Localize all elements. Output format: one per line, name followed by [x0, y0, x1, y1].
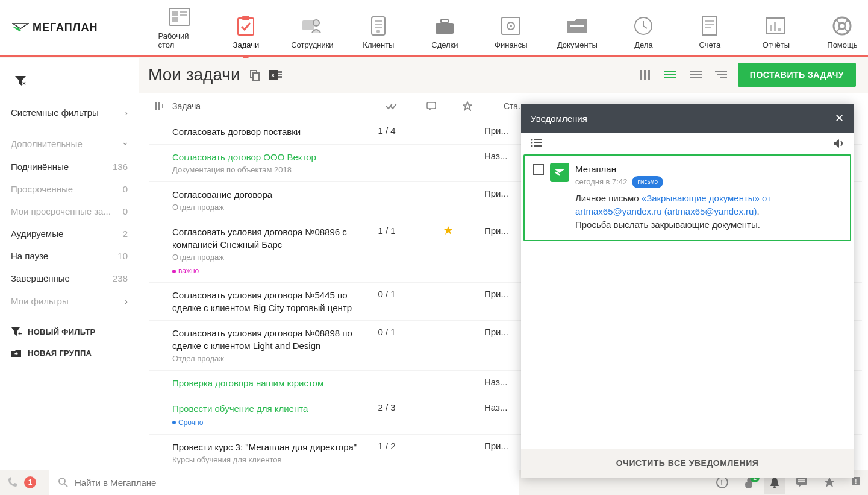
logo[interactable]: МЕГАПЛАН — [12, 21, 98, 34]
flag-icon[interactable]: ! — [851, 476, 861, 488]
col-header-task[interactable]: Задача — [169, 101, 386, 111]
nav-clients[interactable]: Клиенты — [357, 15, 400, 49]
desktop-icon — [167, 6, 192, 28]
funnel-plus-icon: + — [11, 327, 22, 336]
svg-rect-67 — [798, 479, 805, 481]
svg-text:X: X — [271, 72, 275, 78]
reports-icon — [764, 15, 788, 37]
col-header-comment-icon[interactable] — [426, 102, 463, 110]
create-task-button[interactable]: ПОСТАВИТЬ ЗАДАЧУ — [738, 63, 856, 87]
task-title: Провести обучение для клиента — [172, 402, 366, 415]
nav-tasks[interactable]: Задачи — [224, 15, 267, 49]
svg-rect-23 — [705, 27, 711, 28]
task-star-cell[interactable] — [443, 125, 479, 138]
view-list2-icon[interactable] — [687, 68, 704, 81]
filter-toggle-icon[interactable]: × — [14, 75, 27, 86]
phone-icon[interactable] — [7, 477, 18, 488]
finance-icon — [499, 15, 523, 37]
sidebar-item-my-overdue[interactable]: Мои просроченные за...0 — [11, 201, 128, 221]
sidebar-item-audited[interactable]: Аудируемые2 — [11, 224, 128, 244]
sidebar-item-completed[interactable]: Завершённые238 — [11, 268, 128, 288]
chevron-right-icon: › — [125, 107, 128, 118]
info-icon[interactable]: ! — [716, 476, 728, 488]
sound-icon[interactable] — [833, 139, 844, 148]
col-header-checklist-icon[interactable] — [386, 102, 426, 110]
svg-point-13 — [376, 30, 380, 33]
copy-icon[interactable] — [249, 69, 261, 81]
sidebar-item-paused[interactable]: На паузе10 — [11, 246, 128, 266]
task-star-cell[interactable] — [443, 289, 479, 314]
nav-finance[interactable]: Финансы — [489, 15, 532, 49]
svg-rect-4 — [180, 14, 187, 16]
notification-checkbox[interactable] — [533, 164, 544, 175]
nav-deals[interactable]: Сделки — [423, 15, 466, 49]
task-comment-cell — [407, 151, 443, 175]
new-group-button[interactable]: + НОВАЯ ГРУППА — [11, 344, 128, 362]
svg-rect-68 — [798, 481, 805, 482]
task-checklist-count: 2 / 3 — [366, 402, 407, 427]
task-star-cell[interactable] — [443, 327, 479, 364]
sidebar-group-extra[interactable]: Дополнительные› — [11, 133, 128, 154]
view-hierarchy-icon[interactable] — [713, 68, 729, 81]
task-tag: Срочно — [172, 418, 203, 428]
nav-employees[interactable]: Сотрудники — [290, 15, 334, 49]
task-star-cell[interactable] — [443, 441, 479, 465]
task-title: Проверка договора нашим юристом — [172, 377, 366, 389]
task-star-cell[interactable] — [443, 377, 479, 389]
nav-reports[interactable]: Отчёты — [754, 15, 798, 49]
new-filter-button[interactable]: + НОВЫЙ ФИЛЬТР — [11, 322, 128, 341]
notification-card[interactable]: Мегаплан сегодня в 7:42 письмо Личное пи… — [523, 154, 851, 241]
task-title: Согласовать договор поставки — [172, 125, 366, 138]
task-star-cell[interactable] — [443, 225, 479, 276]
nav-documents[interactable]: Документы — [555, 15, 599, 49]
sidebar-item-overdue[interactable]: Просроченные0 — [11, 179, 128, 199]
task-star-cell[interactable] — [443, 402, 479, 427]
sidebar-group-system[interactable]: Системные фильтры› — [11, 102, 128, 123]
nav-invoices[interactable]: Счета — [688, 15, 731, 49]
phone-badge: 1 — [24, 476, 36, 488]
task-checklist-count — [366, 188, 407, 213]
svg-rect-46 — [715, 71, 727, 72]
star-icon[interactable] — [823, 476, 835, 488]
svg-rect-37 — [640, 70, 642, 80]
col-header-star-icon[interactable] — [463, 101, 499, 111]
clock-icon — [631, 15, 655, 37]
view-list-icon[interactable] — [662, 68, 679, 81]
nav-help[interactable]: Помощь — [820, 15, 864, 49]
svg-rect-43 — [690, 71, 702, 72]
svg-rect-38 — [644, 70, 646, 80]
nav-desktop[interactable]: Рабочий стол — [158, 6, 201, 49]
sidebar-item-subordinates[interactable]: Подчинённые136 — [11, 157, 128, 177]
sidebar-group-mine[interactable]: Мои фильтры› — [11, 291, 128, 312]
clear-notifications-button[interactable]: ОЧИСТИТЬ ВСЕ УВЕДОМЛЕНИЯ — [521, 449, 854, 478]
view-columns-icon[interactable] — [637, 68, 654, 82]
column-config-icon[interactable]: + — [149, 102, 169, 110]
task-comment-cell — [407, 377, 443, 389]
chat-icon[interactable] — [796, 477, 808, 488]
svg-rect-27 — [778, 28, 781, 31]
logo-mark-icon — [12, 22, 29, 33]
divider — [11, 128, 128, 128]
fire-icon[interactable]: 1 — [744, 476, 754, 488]
svg-rect-40 — [664, 71, 676, 72]
global-search[interactable] — [49, 470, 519, 495]
svg-rect-12 — [375, 27, 382, 28]
list-icon[interactable] — [531, 139, 542, 148]
search-input[interactable] — [75, 478, 511, 488]
top-nav: МЕГАПЛАН Рабочий стол Задачи Сотрудники … — [0, 0, 868, 57]
svg-point-8 — [313, 20, 319, 26]
task-title: Провести курс 3: "Мегаплан для директора… — [172, 441, 366, 453]
svg-rect-42 — [664, 77, 676, 78]
documents-icon — [565, 15, 589, 37]
svg-rect-44 — [690, 74, 702, 75]
task-star-cell[interactable] — [443, 188, 479, 213]
task-subtitle: Курсы обучения для клиентов — [172, 455, 366, 465]
task-title: Согласовать условия договора №08896 с ко… — [172, 225, 366, 251]
task-comment-cell — [407, 327, 443, 364]
excel-export-icon[interactable]: X — [269, 69, 283, 81]
nav-activities[interactable]: Дела — [622, 15, 665, 49]
chevron-right-icon: › — [125, 296, 128, 306]
svg-point-65 — [773, 486, 776, 488]
task-star-cell[interactable] — [443, 151, 479, 175]
close-icon[interactable]: ✕ — [835, 112, 844, 125]
